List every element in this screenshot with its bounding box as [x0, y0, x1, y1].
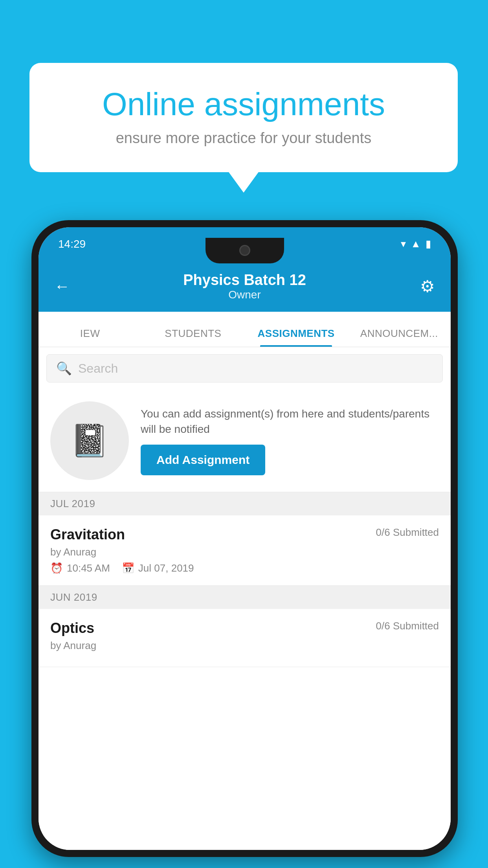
assignment-date: Jul 07, 2019 [138, 562, 194, 574]
assignment-item-optics[interactable]: Optics 0/6 Submitted by Anurag [39, 609, 451, 667]
search-placeholder: Search [78, 361, 118, 376]
month-divider-jun: JUN 2019 [39, 586, 451, 609]
assignment-item-gravitation[interactable]: Gravitation 0/6 Submitted by Anurag ⏰ 10… [39, 515, 451, 586]
assignment-meta: ⏰ 10:45 AM 📅 Jul 07, 2019 [50, 562, 439, 574]
header-title: Physics Batch 12 [183, 272, 306, 289]
notebook-icon: 📓 [70, 422, 109, 459]
assignment-by-optics: by Anurag [50, 640, 439, 652]
back-button[interactable]: ← [54, 278, 70, 295]
status-bar: 14:29 ▾ ▲ ▮ [39, 238, 451, 250]
assignment-by: by Anurag [50, 546, 439, 558]
status-bar-area: 14:29 ▾ ▲ ▮ [39, 227, 451, 261]
header-title-area: Physics Batch 12 Owner [183, 272, 306, 301]
search-container: 🔍 Search [39, 347, 451, 390]
status-time: 14:29 [58, 238, 86, 250]
assignment-submitted-optics: 0/6 Submitted [376, 620, 439, 632]
notch-bump [205, 238, 284, 263]
speech-bubble-container: Online assignments ensure more practice … [29, 63, 458, 172]
promo-icon-circle: 📓 [50, 401, 129, 480]
month-divider-jul: JUL 2019 [39, 492, 451, 515]
settings-icon[interactable]: ⚙ [420, 277, 435, 296]
notch-camera [239, 245, 250, 256]
assignment-time: 10:45 AM [67, 562, 110, 574]
tabs-bar: IEW STUDENTS ASSIGNMENTS ANNOUNCEM... [39, 312, 451, 347]
screen-content: 🔍 Search 📓 You can add assignment(s) fro… [39, 347, 451, 850]
assignment-name-optics: Optics [50, 620, 94, 636]
add-assignment-button[interactable]: Add Assignment [141, 445, 265, 475]
tab-assignments[interactable]: ASSIGNMENTS [245, 327, 348, 347]
promo-description: You can add assignment(s) from here and … [141, 406, 439, 437]
assignment-submitted: 0/6 Submitted [376, 526, 439, 539]
speech-bubble-title: Online assignments [61, 86, 426, 122]
phone-outer: 14:29 ▾ ▲ ▮ ← Physics Batch 12 Owner [31, 220, 458, 857]
speech-bubble-subtitle: ensure more practice for your students [61, 130, 426, 147]
assignment-time-item: ⏰ 10:45 AM [50, 562, 110, 574]
assignment-name: Gravitation [50, 526, 125, 543]
phone-container: 14:29 ▾ ▲ ▮ ← Physics Batch 12 Owner [31, 220, 458, 857]
tab-students[interactable]: STUDENTS [141, 327, 244, 347]
clock-icon: ⏰ [50, 562, 63, 574]
tab-announcements[interactable]: ANNOUNCEM... [348, 327, 451, 347]
assignment-date-item: 📅 Jul 07, 2019 [122, 562, 194, 574]
header-subtitle: Owner [183, 289, 306, 301]
add-assignment-promo: 📓 You can add assignment(s) from here an… [39, 390, 451, 492]
phone-inner: 14:29 ▾ ▲ ▮ ← Physics Batch 12 Owner [39, 227, 451, 850]
assignment-header-optics: Optics 0/6 Submitted [50, 620, 439, 636]
status-icons: ▾ ▲ ▮ [401, 238, 431, 250]
search-icon: 🔍 [56, 361, 72, 376]
wifi-icon: ▾ [401, 238, 406, 250]
promo-text-area: You can add assignment(s) from here and … [141, 406, 439, 475]
tab-iew[interactable]: IEW [39, 327, 141, 347]
speech-bubble: Online assignments ensure more practice … [29, 63, 458, 172]
assignment-header: Gravitation 0/6 Submitted [50, 526, 439, 543]
app-header: ← Physics Batch 12 Owner ⚙ [39, 261, 451, 312]
battery-icon: ▮ [426, 238, 431, 250]
search-bar[interactable]: 🔍 Search [46, 354, 443, 383]
signal-icon: ▲ [411, 238, 421, 250]
calendar-icon: 📅 [122, 562, 134, 574]
